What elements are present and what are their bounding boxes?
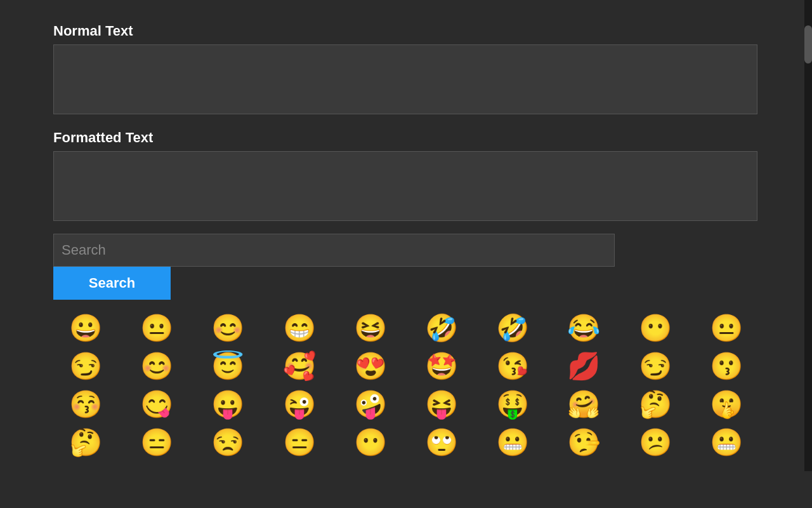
emoji-grid: 😀😐😊😁😆🤣🤣😂😶😐😏😊😇🥰😍🤩😘💋😏😗😚😋😛😜🤪😝🤑🤗🤔🤫🤔😑😒😑😶🙄😬🤥😕😬: [53, 312, 759, 458]
emoji-item[interactable]: 😑: [124, 427, 189, 458]
emoji-item[interactable]: 😜: [267, 389, 332, 420]
emoji-item[interactable]: 😐: [124, 312, 189, 344]
emoji-item[interactable]: 😊: [195, 312, 260, 344]
search-input[interactable]: [53, 234, 615, 267]
emoji-item[interactable]: 😂: [551, 312, 616, 344]
emoji-item[interactable]: 😍: [338, 351, 403, 382]
emoji-item[interactable]: 😇: [195, 351, 260, 382]
normal-text-label: Normal Text: [53, 23, 759, 39]
emoji-item[interactable]: 🤑: [480, 389, 545, 420]
emoji-item[interactable]: 🤗: [551, 389, 616, 420]
emoji-item[interactable]: 😐: [694, 312, 759, 344]
emoji-item[interactable]: 🤔: [53, 427, 118, 458]
emoji-item[interactable]: 🤫: [694, 389, 759, 420]
emoji-item[interactable]: 😛: [195, 389, 260, 420]
emoji-item[interactable]: 🥰: [267, 351, 332, 382]
emoji-item[interactable]: 😶: [623, 312, 688, 344]
emoji-item[interactable]: 🤩: [409, 351, 474, 382]
emoji-item[interactable]: 😬: [694, 427, 759, 458]
emoji-item[interactable]: 🤥: [551, 427, 616, 458]
emoji-item[interactable]: 💋: [551, 351, 616, 382]
normal-text-input[interactable]: [53, 44, 757, 114]
emoji-item[interactable]: 😁: [267, 312, 332, 344]
emoji-item[interactable]: 😏: [623, 351, 688, 382]
emoji-item[interactable]: 😝: [409, 389, 474, 420]
emoji-item[interactable]: 😘: [480, 351, 545, 382]
emoji-item[interactable]: 🤣: [480, 312, 545, 344]
emoji-item[interactable]: 🤣: [409, 312, 474, 344]
emoji-item[interactable]: 😊: [124, 351, 189, 382]
emoji-item[interactable]: 😕: [623, 427, 688, 458]
emoji-item[interactable]: 😚: [53, 389, 118, 420]
emoji-item[interactable]: 😋: [124, 389, 189, 420]
formatted-text-input[interactable]: [53, 151, 757, 221]
emoji-item[interactable]: 😆: [338, 312, 403, 344]
emoji-item[interactable]: 🤔: [623, 389, 688, 420]
emoji-item[interactable]: 😀: [53, 312, 118, 344]
emoji-item[interactable]: 😗: [694, 351, 759, 382]
search-button[interactable]: Search: [53, 267, 171, 300]
emoji-item[interactable]: 😶: [338, 427, 403, 458]
emoji-item[interactable]: 🤪: [338, 389, 403, 420]
formatted-text-label: Formatted Text: [53, 130, 759, 146]
emoji-item[interactable]: 😑: [267, 427, 332, 458]
emoji-item[interactable]: 🙄: [409, 427, 474, 458]
emoji-item[interactable]: 😒: [195, 427, 260, 458]
scrollbar-thumb[interactable]: [804, 25, 812, 64]
emoji-item[interactable]: 😬: [480, 427, 545, 458]
emoji-item[interactable]: 😏: [53, 351, 118, 382]
scrollbar[interactable]: [804, 0, 812, 471]
